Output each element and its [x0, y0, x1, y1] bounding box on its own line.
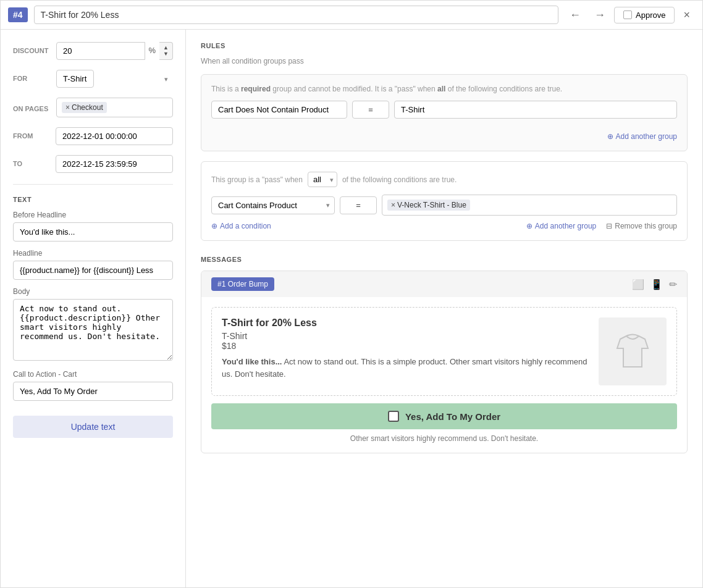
- discount-label: DISCOUNT: [13, 42, 50, 54]
- pass-when-post: of the following conditions are true.: [342, 175, 457, 184]
- mobile-icon[interactable]: 📱: [650, 279, 663, 290]
- cta-checkbox: [388, 411, 399, 422]
- product-image: [599, 317, 667, 385]
- spin-up-icon: ▲: [163, 45, 169, 51]
- body-area: DISCOUNT % ▲ ▼ FOR T-Shirt: [1, 30, 702, 587]
- messages-section: MESSAGES #1 Order Bump ⬜ 📱 ✏ T-Sh: [201, 256, 688, 453]
- pass-when-select[interactable]: all: [308, 172, 337, 187]
- group1-desc-post: of the following conditions are true.: [445, 85, 562, 93]
- condition-group-1: This is a required group and cannot be m…: [201, 74, 688, 151]
- to-row: TO: [13, 155, 173, 173]
- discount-input[interactable]: [56, 42, 145, 60]
- group2-actions: ⊕ Add a condition ⊕ Add another group ⊟ …: [211, 222, 677, 230]
- add-another-group-2-button[interactable]: ⊕ Add another group: [526, 222, 596, 230]
- group1-desc-all: all: [437, 85, 445, 93]
- body-textarea[interactable]: Act now to stand out. {{product.descript…: [13, 299, 173, 361]
- add-group-1-button[interactable]: ⊕ Add another group: [211, 127, 677, 141]
- header-nav: ← → Approve ×: [565, 6, 695, 24]
- group1-condition-type: [211, 101, 347, 119]
- before-headline-input[interactable]: [13, 222, 173, 242]
- to-label: TO: [13, 155, 49, 167]
- spin-down-icon: ▼: [163, 51, 169, 57]
- discount-row: DISCOUNT % ▲ ▼: [13, 42, 173, 60]
- group1-desc-bold: required: [241, 85, 271, 93]
- order-bump-content: T-Shirt for 20% Less T-Shirt $18 You'd l…: [201, 297, 687, 453]
- tag-remove-icon[interactable]: ×: [65, 103, 70, 112]
- group2-condition-wrapper: Cart Contains Product: [211, 196, 335, 214]
- on-pages-label: ON PAGES: [13, 98, 50, 112]
- group2-condition-select[interactable]: Cart Contains Product: [211, 196, 335, 214]
- remove-group-button[interactable]: ⊟ Remove this group: [606, 222, 677, 230]
- prev-button[interactable]: ←: [565, 6, 586, 24]
- value-tag-label: V-Neck T-Shirt - Blue: [397, 201, 466, 209]
- group1-description: This is a required group and cannot be m…: [211, 85, 677, 93]
- on-pages-tag-input[interactable]: × Checkout: [56, 98, 173, 117]
- headline-label: Headline: [13, 249, 173, 258]
- add-condition-button[interactable]: ⊕ Add a condition: [211, 222, 271, 230]
- title-input[interactable]: [34, 6, 558, 24]
- for-select[interactable]: T-Shirt: [56, 70, 94, 88]
- discount-input-group: % ▲ ▼: [56, 42, 173, 60]
- approve-checkbox: [623, 10, 632, 19]
- value-tag-remove-icon[interactable]: ×: [391, 201, 395, 209]
- cta-input[interactable]: [13, 382, 173, 401]
- edit-icon[interactable]: ✏: [669, 279, 677, 290]
- pass-when-select-wrapper: all: [308, 172, 337, 187]
- item-number: #4: [8, 7, 28, 22]
- product-name: T-Shirt: [222, 331, 589, 341]
- order-bump-icons: ⬜ 📱 ✏: [632, 279, 677, 290]
- order-bump-card: #1 Order Bump ⬜ 📱 ✏ T-Shirt for 20% Less…: [201, 271, 688, 453]
- group2-value-tag-input[interactable]: × V-Neck T-Shirt - Blue: [382, 195, 677, 216]
- next-button[interactable]: →: [589, 6, 610, 24]
- from-input[interactable]: [56, 127, 173, 145]
- tag-label: Checkout: [72, 103, 103, 112]
- for-label: FOR: [13, 70, 50, 82]
- approve-button[interactable]: Approve: [614, 7, 675, 23]
- add-condition-label: Add a condition: [220, 222, 271, 230]
- headline-input[interactable]: [13, 261, 173, 280]
- checkout-tag: × Checkout: [62, 102, 107, 113]
- right-panel: RULES When all condition groups pass Thi…: [186, 30, 702, 587]
- product-price: $18: [222, 341, 589, 351]
- on-pages-row: ON PAGES × Checkout: [13, 98, 173, 117]
- product-info: T-Shirt for 20% Less T-Shirt $18 You'd l…: [222, 317, 589, 385]
- add-another-group-2-icon: ⊕: [526, 222, 533, 230]
- value-tag: × V-Neck T-Shirt - Blue: [387, 200, 470, 211]
- messages-label: MESSAGES: [201, 256, 688, 263]
- cta-label: Call to Action - Cart: [13, 370, 173, 379]
- group1-actions: ⊕ Add another group: [211, 125, 677, 141]
- group1-condition-row: =: [211, 101, 677, 119]
- from-label: FROM: [13, 127, 49, 140]
- order-bump-badge: #1 Order Bump: [211, 277, 274, 291]
- text-section-label: TEXT: [13, 196, 173, 203]
- add-group-1-label: Add another group: [616, 132, 677, 141]
- percent-label: %: [145, 42, 160, 60]
- for-select-wrapper: T-Shirt: [56, 70, 173, 88]
- to-input[interactable]: [56, 155, 173, 173]
- group2-pass-when-row: This group is a "pass" when all of the f…: [211, 172, 677, 187]
- rules-section: RULES When all condition groups pass Thi…: [201, 42, 688, 241]
- product-title: T-Shirt for 20% Less: [222, 317, 589, 329]
- cta-button[interactable]: Yes, Add To My Order: [211, 403, 677, 429]
- cta-label: Yes, Add To My Order: [405, 411, 500, 422]
- group2-right-actions: ⊕ Add another group ⊟ Remove this group: [526, 222, 677, 230]
- group1-equals: =: [352, 101, 389, 119]
- from-row: FROM: [13, 127, 173, 145]
- rules-label: RULES: [201, 42, 688, 49]
- cta-sub: Other smart visitors highly recommend us…: [211, 434, 677, 443]
- add-condition-icon: ⊕: [211, 222, 217, 230]
- body-label: Body: [13, 287, 173, 296]
- for-row: FOR T-Shirt: [13, 70, 173, 88]
- text-section: TEXT Before Headline Headline Body Act n…: [13, 196, 173, 438]
- product-card: T-Shirt for 20% Less T-Shirt $18 You'd l…: [211, 307, 677, 396]
- close-button[interactable]: ×: [678, 6, 695, 24]
- order-bump-header: #1 Order Bump ⬜ 📱 ✏: [201, 271, 687, 297]
- group2-condition-row: Cart Contains Product = × V-Neck T-Shirt…: [211, 195, 677, 216]
- product-desc: You'd like this... Act now to stand out.…: [222, 356, 589, 380]
- header: #4 ← → Approve ×: [1, 1, 702, 30]
- update-text-button[interactable]: Update text: [13, 416, 173, 438]
- discount-spinner[interactable]: ▲ ▼: [159, 42, 173, 60]
- before-headline-label: Before Headline: [13, 211, 173, 219]
- desktop-icon[interactable]: ⬜: [632, 279, 644, 290]
- group2-equals: =: [340, 196, 377, 214]
